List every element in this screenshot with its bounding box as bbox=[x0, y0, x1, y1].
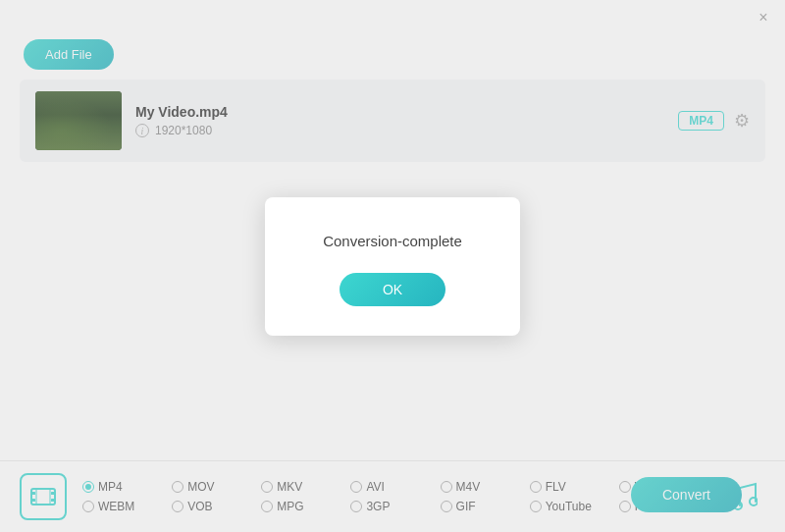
conversion-complete-modal: Conversion-complete OK bbox=[265, 197, 520, 336]
modal-title: Conversion-complete bbox=[294, 233, 491, 249]
ok-button[interactable]: OK bbox=[340, 273, 445, 306]
modal-overlay: Conversion-complete OK bbox=[0, 0, 785, 532]
